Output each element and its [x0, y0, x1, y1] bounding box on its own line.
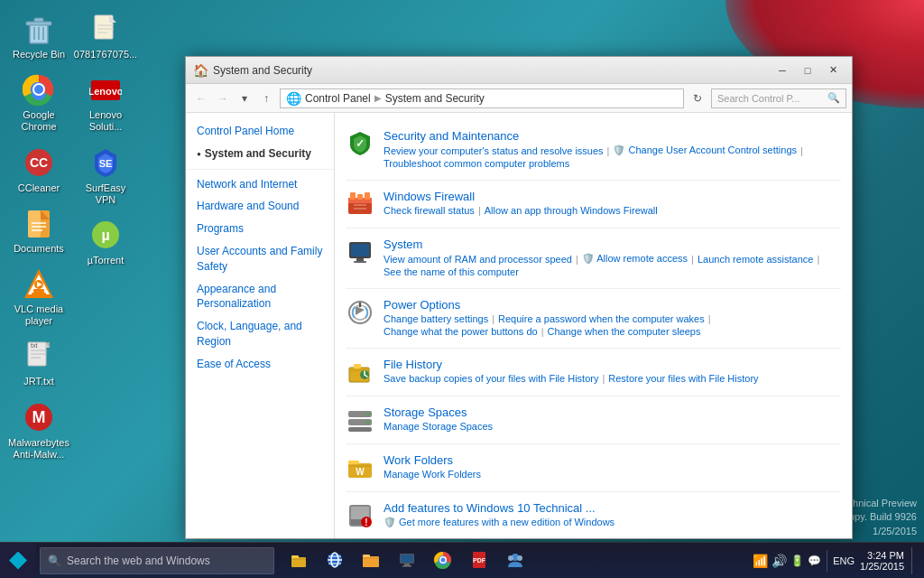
- sidebar: Control Panel Home System and Security N…: [186, 113, 335, 538]
- desktop-icon-vlc[interactable]: VLC media player: [7, 262, 70, 331]
- taskbar-folder[interactable]: [354, 544, 388, 578]
- ccleaner-label: CCleaner: [18, 182, 60, 194]
- svg-rect-48: [365, 192, 370, 200]
- work-folders-title[interactable]: Work Folders: [383, 453, 841, 467]
- recycle-bin-icon: [21, 11, 57, 47]
- svg-text:✓: ✓: [356, 137, 365, 150]
- get-features-link[interactable]: 🛡️ Get more features with a new edition …: [383, 517, 614, 528]
- taskbar-computer[interactable]: [390, 544, 424, 578]
- forward-button[interactable]: →: [213, 89, 233, 108]
- desktop-icon-malwarebytes[interactable]: M Malwarebytes Anti-Malw...: [7, 396, 70, 464]
- sidebar-item-appearance[interactable]: Appearance and Personalization: [186, 278, 334, 316]
- close-button[interactable]: ✕: [821, 61, 845, 79]
- search-box[interactable]: Search Control P... 🔍: [711, 89, 846, 108]
- power-buttons-link[interactable]: Change what the power buttons do: [383, 326, 538, 337]
- troubleshoot-link[interactable]: Troubleshoot common computer problems: [383, 158, 569, 169]
- firewall-status-link[interactable]: Check firewall status: [383, 205, 475, 216]
- file-history-links: Save backup copies of your files with Fi…: [383, 373, 841, 384]
- file-history-title[interactable]: File History: [383, 358, 841, 371]
- manage-work-link[interactable]: Manage Work Folders: [383, 469, 481, 480]
- desktop-icon-utorrent[interactable]: µ µTorrent: [74, 213, 137, 270]
- remote-access-link[interactable]: 🛡️ Allow remote access: [582, 253, 688, 265]
- breadcrumb-control-panel[interactable]: Control Panel: [305, 92, 371, 105]
- taskbar-chrome[interactable]: [426, 544, 460, 578]
- taskbar-ie[interactable]: [318, 544, 352, 578]
- start-button[interactable]: [0, 543, 36, 579]
- lenovo-label: Lenovo Soluti...: [78, 109, 134, 133]
- back-button[interactable]: ←: [191, 89, 211, 108]
- taskbar-clock[interactable]: 3:24 PM 1/25/2015: [860, 550, 904, 572]
- save-backup-link[interactable]: Save backup copies of your files with Fi…: [383, 373, 598, 384]
- minimize-button[interactable]: ─: [771, 61, 794, 79]
- taskbar-search-label: Search the web and Windows: [67, 555, 210, 567]
- power-links2: Change what the power buttons do | Chang…: [383, 326, 841, 337]
- storage-icon: [346, 406, 374, 434]
- battery-settings-link[interactable]: Change battery settings: [383, 313, 488, 324]
- show-desktop-button[interactable]: [911, 547, 917, 574]
- window-controls: ─ □ ✕: [771, 61, 845, 79]
- breadcrumb-system-security[interactable]: System and Security: [385, 92, 485, 105]
- sidebar-item-control-panel-home[interactable]: Control Panel Home: [186, 120, 334, 143]
- maximize-button[interactable]: □: [796, 61, 819, 79]
- svg-rect-54: [354, 261, 366, 263]
- taskbar-file-explorer[interactable]: [282, 544, 316, 578]
- computer-name-link[interactable]: See the name of this computer: [383, 266, 519, 277]
- network-icon[interactable]: 📶: [753, 554, 768, 568]
- power-links: Change battery settings | Require a pass…: [383, 313, 841, 324]
- system-security-window: 🏠 System and Security ─ □ ✕ ← → ▾ ↑ 🌐 Co…: [185, 56, 853, 539]
- up-button[interactable]: ↑: [256, 89, 276, 108]
- power-title[interactable]: Power Options: [383, 298, 841, 312]
- utorrent-label: µTorrent: [88, 255, 125, 266]
- windows-firewall-links: Check firewall status | Allow an app thr…: [383, 205, 841, 216]
- svg-rect-53: [356, 258, 364, 261]
- svg-rect-1: [26, 22, 51, 25]
- allow-app-link[interactable]: Allow an app through Windows Firewall: [485, 205, 658, 216]
- sidebar-item-hardware[interactable]: Hardware and Sound: [186, 195, 334, 218]
- restore-files-link[interactable]: Restore your files with File History: [608, 373, 758, 384]
- storage-title[interactable]: Storage Spaces: [383, 406, 841, 419]
- sidebar-item-clock[interactable]: Clock, Language, and Region: [186, 315, 334, 353]
- security-maintenance-title[interactable]: Security and Maintenance: [383, 129, 841, 143]
- address-field[interactable]: 🌐 Control Panel ▶ System and Security: [280, 89, 684, 108]
- windows-firewall-content: Windows Firewall Check firewall status |…: [383, 190, 841, 218]
- sidebar-item-ease[interactable]: Ease of Access: [186, 353, 334, 376]
- desktop-icon-lenovo[interactable]: Lenovo Lenovo Soluti...: [74, 68, 137, 136]
- sidebar-item-programs[interactable]: Programs: [186, 218, 334, 240]
- refresh-button[interactable]: ↻: [688, 89, 707, 108]
- windows-firewall-title[interactable]: Windows Firewall: [383, 190, 841, 203]
- svg-rect-20: [33, 289, 44, 293]
- password-wakes-link[interactable]: Require a password when the computer wak…: [498, 313, 705, 324]
- taskbar-search[interactable]: 🔍 Search the web and Windows: [40, 547, 274, 574]
- documents-icon: [21, 205, 57, 241]
- remote-assistance-link[interactable]: Launch remote assistance: [698, 254, 813, 265]
- desktop-icon-documents[interactable]: Documents: [7, 201, 70, 258]
- uac-settings-link[interactable]: 🛡️ Change User Account Control settings: [613, 144, 797, 156]
- globe-icon: 🌐: [286, 91, 301, 106]
- system-title[interactable]: System: [383, 238, 841, 251]
- speaker-icon[interactable]: 🔊: [772, 554, 787, 568]
- desktop-icon-surfeasy[interactable]: SE SurfEasy VPN: [74, 141, 137, 210]
- language-indicator[interactable]: ENG: [833, 555, 855, 566]
- sidebar-item-network[interactable]: Network and Internet: [186, 173, 334, 196]
- desktop-icon-file0781[interactable]: 0781767075...: [74, 7, 137, 64]
- taskbar-pdf[interactable]: PDF: [462, 544, 496, 578]
- dropdown-button[interactable]: ▾: [235, 89, 254, 108]
- manage-storage-link[interactable]: Manage Storage Spaces: [383, 421, 493, 432]
- ram-link[interactable]: View amount of RAM and processor speed: [383, 254, 572, 265]
- sidebar-item-user-accounts[interactable]: User Accounts and Family Safety: [186, 240, 334, 278]
- vlc-label: VLC media player: [11, 303, 67, 327]
- desktop-icon-chrome[interactable]: Google Chrome: [7, 68, 70, 136]
- work-folders-icon: W: [346, 453, 374, 482]
- battery-icon[interactable]: 🔋: [790, 555, 804, 567]
- desktop-icon-recycle-bin[interactable]: Recycle Bin: [7, 7, 70, 64]
- desktop: Recycle Bin Google Chrome: [0, 0, 924, 578]
- notification-icon[interactable]: 💬: [808, 555, 821, 567]
- desktop-icon-jrt[interactable]: txt JRT.txt: [7, 334, 70, 391]
- sidebar-item-system-security[interactable]: System and Security: [186, 143, 334, 165]
- taskbar-people[interactable]: [498, 544, 532, 578]
- search-placeholder: Search Control P...: [717, 93, 800, 104]
- review-status-link[interactable]: Review your computer's status and resolv…: [383, 145, 604, 156]
- sleep-link[interactable]: Change when the computer sleeps: [547, 326, 700, 337]
- desktop-icon-ccleaner[interactable]: CC CCleaner: [7, 141, 70, 198]
- add-features-title[interactable]: Add features to Windows 10 Technical ...: [383, 501, 841, 515]
